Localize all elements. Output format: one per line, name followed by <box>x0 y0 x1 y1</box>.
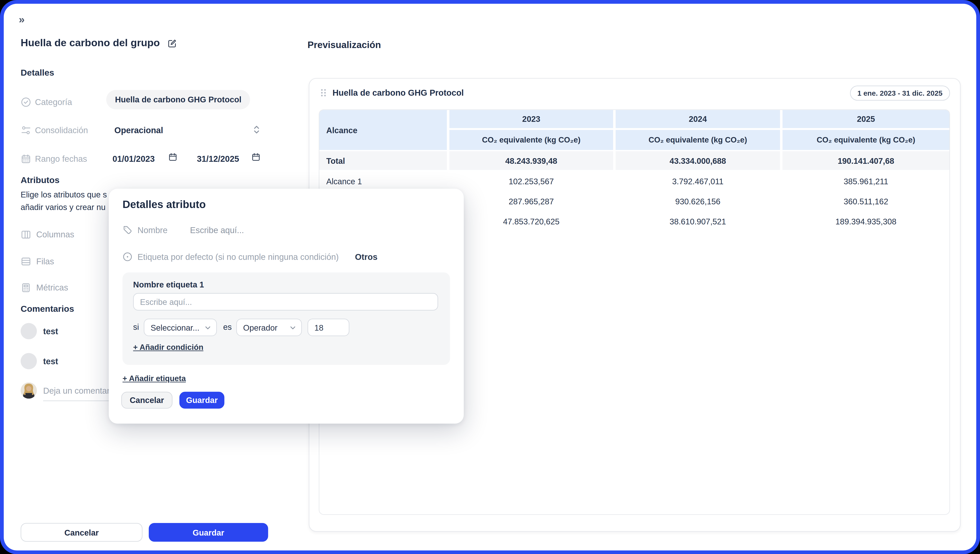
circle-dot-icon <box>123 252 132 262</box>
comments-heading: Comentarios <box>21 304 74 314</box>
column-header-alcance: Alcance <box>319 110 447 150</box>
chevron-down-icon <box>289 324 296 331</box>
daterange-label: Rango fechas <box>35 154 87 163</box>
modal-default-value[interactable]: Otros <box>355 252 378 261</box>
attribute-select-value: Seleccionar... <box>151 323 199 332</box>
sliders-icon <box>21 125 31 135</box>
modal-save-button[interactable]: Guardar <box>180 392 225 409</box>
table-cell: 930.626,156 <box>616 191 780 211</box>
modal-default-row: Etiqueta por defecto (si no cumple ningu… <box>123 250 378 264</box>
page-title-text: Huella de carbono del grupo <box>21 37 160 49</box>
preview-card-title-text: Huella de carbono GHG Protocol <box>333 88 464 97</box>
table-cell: 102.253,567 <box>449 171 613 191</box>
tag-name-label: Nombre etiqueta 1 <box>133 280 204 289</box>
calculator-icon <box>21 282 31 293</box>
page-title: Huella de carbono del grupo <box>21 37 177 49</box>
consolidation-select-value[interactable]: Operacional <box>114 125 163 135</box>
comment-item: test <box>21 323 58 339</box>
column-subheader-unit: CO₂ equivalente (kg CO₂e) <box>449 130 613 150</box>
check-circle-icon <box>21 97 31 107</box>
detail-row-consolidation: Consolidación Operacional <box>21 122 283 138</box>
modal-name-label: Nombre <box>137 225 167 234</box>
attributes-heading: Atributos <box>21 175 60 185</box>
column-subheader-unit: CO₂ equivalente (kg CO₂e) <box>616 130 780 150</box>
if-label: si <box>133 322 139 332</box>
attributes-description-line1: Elige los atributos que s <box>21 190 110 199</box>
edit-icon[interactable] <box>167 38 177 48</box>
avatar <box>21 353 37 369</box>
detail-row-category: Categoría Huella de carbono GHG Protocol <box>21 92 283 111</box>
tag-condition-panel: Nombre etiqueta 1 si Seleccionar... es O… <box>123 272 450 365</box>
column-header-year: 2024 <box>616 110 780 128</box>
consolidation-label: Consolidación <box>35 125 88 135</box>
category-label: Categoría <box>35 97 72 107</box>
tag-icon <box>123 225 132 235</box>
category-value-pill[interactable]: Huella de carbono GHG Protocol <box>106 90 250 110</box>
comment-item: test <box>21 353 58 369</box>
column-subheader-unit: CO₂ equivalente (kg CO₂e) <box>782 130 950 150</box>
date-start-calendar-icon[interactable] <box>168 153 177 164</box>
collapse-sidebar-icon[interactable]: » <box>19 14 24 26</box>
preview-card-title: Huella de carbono GHG Protocol <box>320 88 464 97</box>
sidebar-item-label: Métricas <box>36 283 68 292</box>
date-start-field[interactable]: 01/01/2023 <box>113 154 155 163</box>
avatar <box>21 323 37 339</box>
table-cell: 3.792.467,011 <box>616 171 780 191</box>
table-columns-icon <box>21 229 31 240</box>
total-cell: 43.334.000,688 <box>616 151 780 170</box>
modal-title: Detalles atributo <box>123 199 206 211</box>
modal-cancel-button[interactable]: Cancelar <box>121 392 172 409</box>
drag-handle-icon[interactable] <box>320 88 327 97</box>
tag-name-input[interactable] <box>133 293 438 310</box>
date-range-badge[interactable]: 1 ene. 2023 - 31 dic. 2025 <box>850 86 950 100</box>
modal-name-row: Nombre Escribe aquí... <box>123 223 244 237</box>
add-tag-link[interactable]: + Añadir etiqueta <box>123 374 186 383</box>
operator-select[interactable]: Operador <box>236 318 302 336</box>
date-end-field[interactable]: 31/12/2025 <box>197 154 239 163</box>
details-heading: Detalles <box>21 67 54 78</box>
chevron-updown-icon[interactable] <box>252 124 261 137</box>
table-cell: 287.965,287 <box>449 191 613 211</box>
calendar-icon <box>21 153 31 164</box>
app-screen: » Huella de carbono del grupo Detalles C… <box>4 4 976 550</box>
total-row-label: Total <box>319 151 447 170</box>
is-label: es <box>223 322 231 332</box>
column-header-year: 2025 <box>782 110 950 128</box>
total-cell: 48.243.939,48 <box>449 151 613 170</box>
sidebar-item-metrics[interactable]: Métricas <box>21 279 68 296</box>
table-cell: 385.961,211 <box>782 171 950 191</box>
sidebar-item-label: Columnas <box>36 230 74 239</box>
table-row-label: Alcance 1 <box>319 171 447 191</box>
table-cell: 38.610.907,521 <box>616 211 780 231</box>
sidebar-item-columns[interactable]: Columnas <box>21 226 74 242</box>
modal-name-input[interactable]: Escribe aquí... <box>190 225 244 234</box>
add-condition-link[interactable]: + Añadir condición <box>133 343 203 352</box>
table-rows-icon <box>21 256 31 266</box>
condition-value-input[interactable] <box>308 318 349 336</box>
comment-avatar <box>21 382 37 401</box>
comment-text: test <box>43 357 58 366</box>
operator-select-value: Operador <box>243 323 277 332</box>
comment-input-placeholder: Deja un comentario <box>43 386 116 395</box>
comment-text: test <box>43 326 58 336</box>
app-window-frame: » Huella de carbono del grupo Detalles C… <box>0 0 980 554</box>
total-cell: 190.141.407,68 <box>782 151 950 170</box>
attribute-select[interactable]: Seleccionar... <box>144 318 217 336</box>
column-header-year: 2023 <box>449 110 613 128</box>
user-photo-avatar <box>21 382 37 398</box>
attributes-description-line2: añadir varios y crear nu <box>21 202 110 212</box>
chevron-down-icon <box>204 324 211 331</box>
date-end-calendar-icon[interactable] <box>251 153 261 164</box>
cancel-button[interactable]: Cancelar <box>21 523 143 542</box>
sidebar-item-rows[interactable]: Filas <box>21 253 54 269</box>
preview-heading: Previsualización <box>308 39 381 50</box>
sidebar-item-label: Filas <box>36 256 54 266</box>
table-cell: 47.853.720,625 <box>449 211 613 231</box>
attribute-details-modal: Detalles atributo Nombre Escribe aquí...… <box>109 189 464 423</box>
table-cell: 189.394.935,308 <box>782 211 950 231</box>
save-button[interactable]: Guardar <box>149 523 268 542</box>
table-cell: 360.511,162 <box>782 191 950 211</box>
modal-default-label: Etiqueta por defecto (si no cumple ningu… <box>137 252 339 261</box>
detail-row-daterange: Rango fechas 01/01/2023 31/12/2025 <box>21 151 283 167</box>
